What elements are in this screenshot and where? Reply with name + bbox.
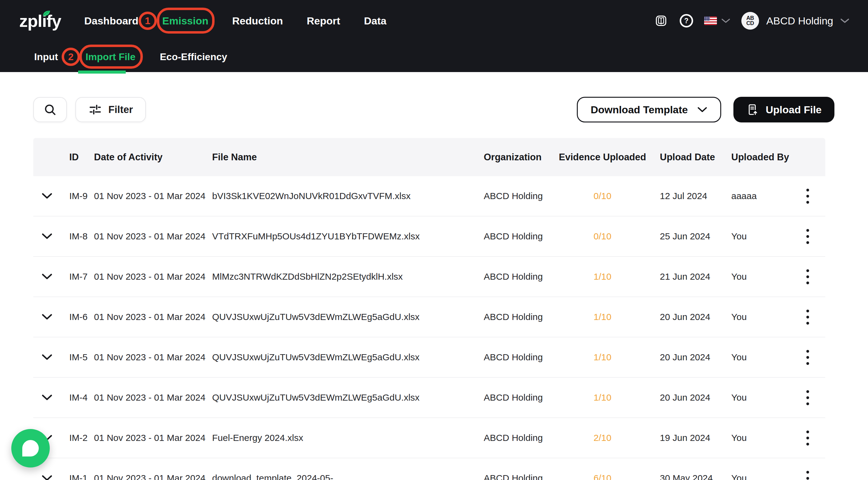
nav-report[interactable]: Report	[307, 15, 340, 27]
cell-organization: ABCD Holding	[479, 392, 552, 403]
nav-data[interactable]: Data	[364, 15, 387, 27]
nav-emission[interactable]: 1 Emission	[162, 15, 209, 27]
cell-id: IM-9	[61, 191, 88, 201]
table-row: IM-8 01 Nov 2023 - 01 Mar 2024 VTdTRXFuM…	[33, 216, 825, 257]
cell-date-of-activity: 01 Nov 2023 - 01 Mar 2024	[88, 271, 207, 282]
cell-organization: ABCD Holding	[479, 352, 552, 362]
row-expand-button[interactable]	[33, 337, 61, 377]
table-row: IM-2 01 Nov 2023 - 01 Mar 2024 Fuel-Ener…	[33, 418, 825, 458]
table-row: IM-6 01 Nov 2023 - 01 Mar 2024 QUVJSUxwU…	[33, 297, 825, 337]
guide-book-button[interactable]	[655, 14, 668, 27]
search-icon	[43, 102, 57, 117]
chevron-down-icon	[721, 18, 730, 24]
header-date-of-activity: Date of Activity	[88, 152, 207, 163]
cell-id: IM-1	[61, 473, 88, 480]
nav-dashboard[interactable]: Dashboard	[84, 15, 138, 27]
leaf-icon	[42, 10, 51, 17]
cell-evidence-uploaded: 2/10	[552, 433, 653, 443]
cell-upload-date: 21 Jun 2024	[653, 271, 726, 282]
cell-organization: ABCD Holding	[479, 473, 552, 480]
help-button[interactable]: ?	[680, 14, 693, 28]
download-template-label: Download Template	[591, 104, 688, 116]
filter-sliders-icon	[88, 102, 102, 117]
row-expand-button[interactable]	[33, 216, 61, 256]
cell-uploaded-by: You	[726, 473, 790, 480]
cell-upload-date: 25 Jun 2024	[653, 231, 726, 242]
filter-button[interactable]: Filter	[75, 97, 146, 122]
cell-file-name: VTdTRXFuMHp5OUs4d1ZYU1BYbTFDWEMz.xlsx	[207, 231, 479, 242]
cell-organization: ABCD Holding	[479, 191, 552, 201]
table-header-row: ID Date of Activity File Name Organizati…	[33, 138, 825, 176]
sub-nav: Input 2 Import File Eco-Efficiency	[0, 41, 868, 72]
table-row: IM-7 01 Nov 2023 - 01 Mar 2024 MlMzc3NTR…	[33, 257, 825, 297]
cell-upload-date: 30 May 2024	[653, 473, 726, 480]
cell-evidence-uploaded: 1/10	[552, 392, 653, 403]
header-organization: Organization	[479, 152, 552, 163]
row-actions-menu[interactable]	[800, 184, 815, 208]
row-expand-button[interactable]	[33, 378, 61, 417]
row-actions-menu[interactable]	[800, 225, 815, 248]
upload-file-button[interactable]: Upload File	[734, 97, 834, 122]
cell-organization: ABCD Holding	[479, 271, 552, 282]
brand-logo[interactable]: zplify	[19, 11, 65, 31]
row-expand-button[interactable]	[33, 257, 61, 297]
download-template-button[interactable]: Download Template	[577, 97, 721, 122]
help-icon: ?	[680, 14, 693, 28]
header-id: ID	[61, 152, 88, 163]
cell-organization: ABCD Holding	[479, 433, 552, 443]
tab-import-file[interactable]: 2 Import File	[86, 51, 135, 63]
cell-uploaded-by: You	[726, 392, 790, 403]
cell-evidence-uploaded: 1/10	[552, 352, 653, 362]
main-nav-row: zplify Dashboard 1 Emission Reduction Re…	[0, 0, 868, 41]
nav-reduction[interactable]: Reduction	[232, 15, 283, 27]
cell-uploaded-by: You	[726, 433, 790, 443]
cell-date-of-activity: 01 Nov 2023 - 01 Mar 2024	[88, 191, 207, 201]
table-row: IM-4 01 Nov 2023 - 01 Mar 2024 QUVJSUxwU…	[33, 378, 825, 418]
cell-date-of-activity: 01 Nov 2023 - 01 Mar 2024	[88, 312, 207, 322]
row-expand-button[interactable]	[33, 176, 61, 216]
cell-evidence-uploaded: 0/10	[552, 191, 653, 201]
row-expand-button[interactable]	[33, 297, 61, 337]
cell-file-name: bVI3Sk1KVE02WnJoNUVkR01DdGxvTVFM.xlsx	[207, 191, 479, 201]
tab-import-file-label: Import File	[86, 51, 135, 62]
account-menu[interactable]: AB CD ABCD Holding	[741, 12, 850, 30]
row-actions-menu[interactable]	[800, 467, 815, 480]
cell-organization: ABCD Holding	[479, 312, 552, 322]
toolbar: Filter Download Template Upload File	[33, 97, 834, 122]
header-file-name: File Name	[207, 152, 479, 163]
account-name: ABCD Holding	[766, 15, 833, 27]
language-selector[interactable]	[704, 17, 730, 25]
row-actions-menu[interactable]	[800, 386, 815, 410]
us-flag-icon	[704, 17, 717, 25]
cell-id: IM-6	[61, 312, 88, 322]
cell-upload-date: 20 Jun 2024	[653, 352, 726, 362]
cell-file-name: QUVJSUxwUjZuTUw5V3dEWmZLWEg5aGdU.xlsx	[207, 392, 479, 403]
chat-widget-button[interactable]	[11, 429, 50, 468]
row-actions-menu[interactable]	[800, 265, 815, 289]
header-upload-date: Upload Date	[653, 152, 726, 163]
cell-upload-date: 12 Jul 2024	[653, 191, 726, 201]
chat-bubble-icon	[22, 440, 39, 456]
import-files-table: ID Date of Activity File Name Organizati…	[33, 138, 825, 480]
cell-date-of-activity: 01 Nov 2023 - 01 Mar 2024	[88, 352, 207, 362]
book-icon	[655, 14, 668, 27]
cell-evidence-uploaded: 0/10	[552, 231, 653, 242]
table-row: IM-9 01 Nov 2023 - 01 Mar 2024 bVI3Sk1KV…	[33, 176, 825, 216]
cell-date-of-activity: 01 Nov 2023 - 01 Mar 2024	[88, 473, 207, 480]
avatar: AB CD	[741, 12, 759, 30]
tab-input[interactable]: Input	[34, 51, 58, 63]
annotation-step-1-badge: 1	[138, 11, 157, 30]
cell-id: IM-8	[61, 231, 88, 242]
tab-eco-efficiency[interactable]: Eco-Efficiency	[160, 51, 227, 63]
search-button[interactable]	[33, 97, 67, 122]
cell-file-name: QUVJSUxwUjZuTUw5V3dEWmZLWEg5aGdU.xlsx	[207, 352, 479, 362]
table-row: IM-1 01 Nov 2023 - 01 Mar 2024 download_…	[33, 458, 825, 480]
row-actions-menu[interactable]	[800, 305, 815, 329]
main-content: Filter Download Template Upload File ID …	[0, 97, 868, 480]
row-actions-menu[interactable]	[800, 426, 815, 450]
chevron-down-icon	[697, 106, 708, 113]
cell-date-of-activity: 01 Nov 2023 - 01 Mar 2024	[88, 433, 207, 443]
upload-file-label: Upload File	[766, 104, 822, 116]
brand-logo-text: zplify	[19, 11, 61, 31]
row-actions-menu[interactable]	[800, 346, 815, 369]
